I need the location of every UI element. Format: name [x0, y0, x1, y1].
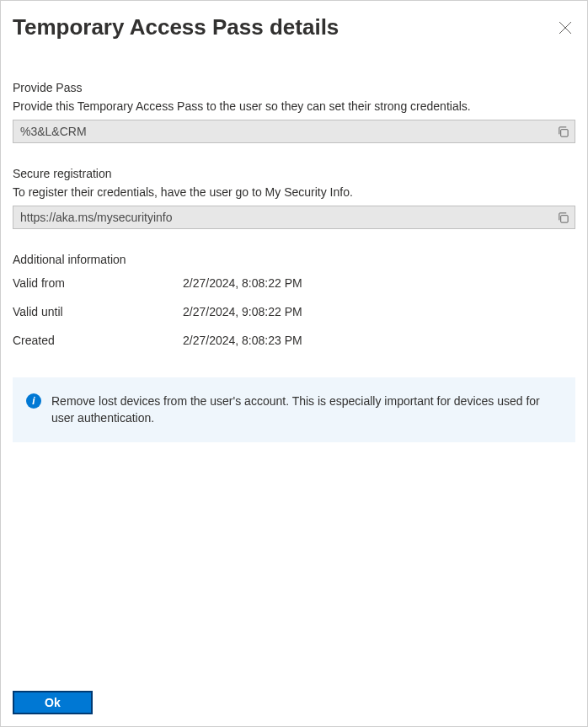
- url-value[interactable]: https://aka.ms/mysecurityinfo: [13, 211, 552, 224]
- valid-from-label: Valid from: [13, 276, 183, 290]
- created-label: Created: [13, 334, 183, 347]
- close-button[interactable]: [555, 18, 575, 38]
- additional-info-section: Additional information Valid from 2/27/2…: [13, 253, 575, 347]
- secure-registration-title: Secure registration: [13, 167, 575, 180]
- pass-copy-field: %3&L&CRM: [13, 120, 575, 143]
- dialog-content: Provide Pass Provide this Temporary Acce…: [13, 44, 575, 682]
- valid-from-row: Valid from 2/27/2024, 8:08:22 PM: [13, 276, 575, 290]
- secure-registration-section: Secure registration To register their cr…: [13, 167, 575, 229]
- info-icon: i: [26, 393, 41, 409]
- copy-icon: [557, 211, 569, 224]
- dialog-header: Temporary Access Pass details: [13, 14, 575, 44]
- copy-icon: [557, 126, 569, 138]
- created-value: 2/27/2024, 8:08:23 PM: [183, 334, 302, 347]
- valid-until-row: Valid until 2/27/2024, 9:08:22 PM: [13, 305, 575, 318]
- pass-value[interactable]: %3&L&CRM: [13, 125, 552, 138]
- url-copy-field: https://aka.ms/mysecurityinfo: [13, 206, 575, 229]
- valid-until-value: 2/27/2024, 9:08:22 PM: [183, 305, 302, 318]
- copy-url-button[interactable]: [552, 206, 575, 228]
- additional-info-title: Additional information: [13, 253, 575, 266]
- tap-details-dialog: Temporary Access Pass details Provide Pa…: [0, 0, 588, 727]
- svg-rect-2: [561, 129, 568, 136]
- provide-pass-section: Provide Pass Provide this Temporary Acce…: [13, 81, 575, 143]
- created-row: Created 2/27/2024, 8:08:23 PM: [13, 334, 575, 347]
- provide-pass-desc: Provide this Temporary Access Pass to th…: [13, 99, 575, 113]
- valid-until-label: Valid until: [13, 305, 183, 318]
- copy-pass-button[interactable]: [552, 120, 575, 142]
- additional-info-table: Valid from 2/27/2024, 8:08:22 PM Valid u…: [13, 276, 575, 347]
- dialog-footer: Ok: [13, 682, 575, 714]
- svg-rect-3: [561, 215, 568, 222]
- ok-button[interactable]: Ok: [13, 691, 93, 714]
- info-banner-text: Remove lost devices from the user's acco…: [51, 393, 562, 427]
- dialog-title: Temporary Access Pass details: [13, 14, 339, 40]
- valid-from-value: 2/27/2024, 8:08:22 PM: [183, 276, 302, 290]
- close-icon: [559, 21, 572, 35]
- provide-pass-title: Provide Pass: [13, 81, 575, 94]
- secure-registration-desc: To register their credentials, have the …: [13, 185, 575, 199]
- info-banner: i Remove lost devices from the user's ac…: [13, 377, 575, 442]
